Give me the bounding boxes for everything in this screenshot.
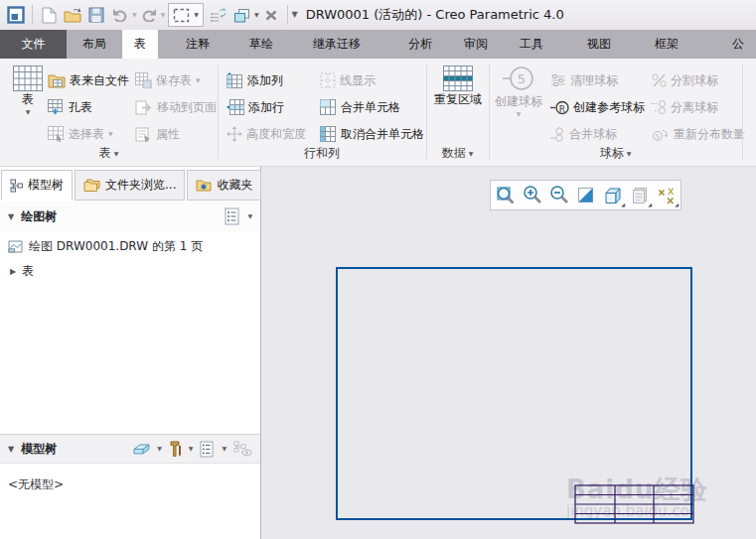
- table-grid-icon: [13, 66, 43, 91]
- tab-review[interactable]: 审阅: [452, 30, 500, 59]
- open-file-button[interactable]: [61, 2, 84, 28]
- hole-table-icon: [48, 99, 65, 115]
- new-file-button[interactable]: [37, 2, 61, 28]
- tree-item-table[interactable]: ▶ 表: [10, 263, 34, 280]
- selection-filter-toggle[interactable]: ▼: [168, 3, 204, 27]
- tab-legacy-migration[interactable]: 继承迁移: [301, 30, 373, 59]
- tab-annotate[interactable]: 注释: [174, 30, 222, 59]
- navigator-panel: 模型树 文件夹浏览... 收藏夹 ▼ 绘图树 ▼ 绘图 DRW0001.DRW …: [0, 167, 261, 539]
- table-big-button[interactable]: 表 ▼: [6, 66, 50, 115]
- tab-tools[interactable]: 工具: [508, 30, 555, 59]
- tab-favorites[interactable]: 收藏夹: [187, 170, 261, 201]
- cleanup-balloons-button[interactable]: 清理球标: [550, 68, 618, 92]
- repeat-region-icon: [443, 66, 473, 91]
- tab-layout[interactable]: 布局: [71, 30, 118, 59]
- datum-display-arrow[interactable]: ◢: [675, 202, 679, 207]
- redo-dropdown-arrow[interactable]: ▼: [161, 12, 166, 18]
- split-balloons-icon: [652, 73, 667, 87]
- hole-table-button[interactable]: 孔表: [48, 95, 92, 119]
- tree-list-settings-icon[interactable]: [200, 441, 215, 458]
- table-group-label[interactable]: 表▼: [0, 145, 218, 162]
- repaint-button[interactable]: [573, 183, 598, 207]
- app-window-icon[interactable]: [4, 2, 28, 28]
- height-width-button[interactable]: 高度和宽度: [227, 122, 306, 146]
- add-column-button[interactable]: 添加列: [227, 68, 283, 92]
- show-tree-disabled-icon[interactable]: [233, 441, 252, 457]
- merge-cells-button[interactable]: 合并单元格: [320, 95, 400, 119]
- close-window-button[interactable]: [259, 2, 283, 28]
- tab-file[interactable]: 文件: [0, 30, 67, 59]
- line-display-button[interactable]: 线显示: [320, 68, 376, 92]
- display-style-arrow[interactable]: ◢: [621, 202, 625, 207]
- merge-balloons-button[interactable]: 合并球标: [550, 122, 617, 146]
- save-button[interactable]: [84, 2, 108, 28]
- save-table-dropdown-arrow[interactable]: ▼: [196, 77, 201, 83]
- tools-arrow[interactable]: ▼: [189, 446, 194, 452]
- redistribute-icon: 5: [652, 127, 670, 142]
- folder-table-icon: [48, 72, 66, 88]
- in-graphics-toolbar: ◢ ◢ ◢: [490, 180, 681, 210]
- detach-balloons-button[interactable]: 分离球标: [652, 95, 718, 119]
- collapse-arrow-icon[interactable]: ▼: [8, 212, 14, 221]
- merge-balloons-icon: [550, 127, 565, 142]
- list-settings-arrow[interactable]: ▼: [222, 446, 227, 452]
- create-balloons-big-button[interactable]: 5 创建球标 ▼: [493, 66, 544, 117]
- saved-views-arrow[interactable]: ◢: [648, 202, 652, 207]
- redistribute-qty-button[interactable]: 5 重新分布数量: [652, 122, 745, 146]
- tree-settings-arrow[interactable]: ▼: [247, 213, 252, 219]
- select-table-icon: [48, 126, 65, 142]
- zoom-in-button[interactable]: [520, 183, 544, 207]
- tree-settings-icon[interactable]: [225, 207, 240, 225]
- drawing-sheet-icon: [8, 240, 23, 253]
- tab-analysis[interactable]: 分析: [396, 30, 444, 59]
- filter-arrow[interactable]: ▼: [157, 446, 162, 452]
- regenerate-button[interactable]: [207, 2, 230, 28]
- balloon-group-label[interactable]: 球标▼: [489, 145, 742, 162]
- height-width-icon: [227, 126, 242, 142]
- add-row-button[interactable]: 添加行: [227, 95, 284, 119]
- svg-text:5: 5: [518, 71, 526, 86]
- qat-customize-arrow[interactable]: ▼: [292, 11, 298, 19]
- tools-icon[interactable]: [169, 441, 182, 457]
- repeat-region-big-button[interactable]: 重复区域: [430, 66, 486, 107]
- tab-partial-right[interactable]: 公: [720, 30, 756, 59]
- add-column-icon: [227, 72, 243, 88]
- drawing-sheet-border: [336, 267, 692, 520]
- svg-text:5: 5: [656, 133, 660, 141]
- tab-view[interactable]: 视图: [575, 30, 623, 59]
- datum-display-button[interactable]: ◢: [654, 183, 679, 207]
- unmerge-cells-icon: [320, 126, 337, 142]
- zoom-out-button[interactable]: [546, 183, 571, 207]
- saved-views-button[interactable]: ◢: [627, 183, 652, 207]
- graphics-area[interactable]: Baidu经验 jingyan.baidu.co ◢ ◢: [262, 167, 756, 539]
- save-table-button[interactable]: 保存表 ▼: [135, 68, 201, 92]
- select-table-button[interactable]: 选择表 ▼: [48, 122, 113, 146]
- create-ref-balloon-button[interactable]: R 创建参考球标: [550, 95, 645, 119]
- ribbon-tab-strip: 文件 布局 表 注释 草绘 继承迁移 分析 审阅 工具 视图 框架 公: [0, 30, 756, 59]
- move-to-page-button[interactable]: 移动到页面: [135, 95, 217, 119]
- expand-arrow-icon[interactable]: ▶: [10, 267, 16, 276]
- tab-folder-browser[interactable]: 文件夹浏览...: [75, 170, 185, 201]
- create-balloons-arrow[interactable]: ▼: [517, 111, 522, 117]
- table-from-file-button[interactable]: 表来自文件: [48, 68, 129, 92]
- tree-item-drawing-page[interactable]: 绘图 DRW0001.DRW 的第 1 页: [8, 238, 203, 255]
- tab-sketch[interactable]: 草绘: [237, 30, 285, 59]
- unmerge-cells-button[interactable]: 取消合并单元格: [320, 122, 424, 146]
- collapse-arrow-icon[interactable]: ▼: [8, 445, 14, 454]
- display-style-button[interactable]: ◢: [600, 183, 625, 207]
- table-properties-button[interactable]: 属性: [135, 122, 180, 146]
- undo-button[interactable]: [108, 2, 132, 28]
- tab-table[interactable]: 表: [122, 30, 158, 59]
- selection-filter-arrow[interactable]: ▼: [194, 12, 199, 18]
- redo-button[interactable]: [137, 2, 161, 28]
- tab-framework[interactable]: 框架: [643, 30, 690, 59]
- tab-model-tree[interactable]: 模型树: [1, 170, 73, 201]
- table-big-dropdown-arrow[interactable]: ▼: [26, 109, 31, 115]
- select-table-dropdown-arrow[interactable]: ▼: [108, 131, 113, 137]
- filter-box-icon[interactable]: [133, 443, 150, 456]
- window-arrange-button[interactable]: [230, 2, 254, 28]
- rowcol-group-label: 行和列: [218, 145, 426, 162]
- split-balloons-button[interactable]: 分割球标: [652, 68, 718, 92]
- zoom-region-button[interactable]: [493, 183, 518, 207]
- data-group-label[interactable]: 数据▼: [426, 145, 489, 162]
